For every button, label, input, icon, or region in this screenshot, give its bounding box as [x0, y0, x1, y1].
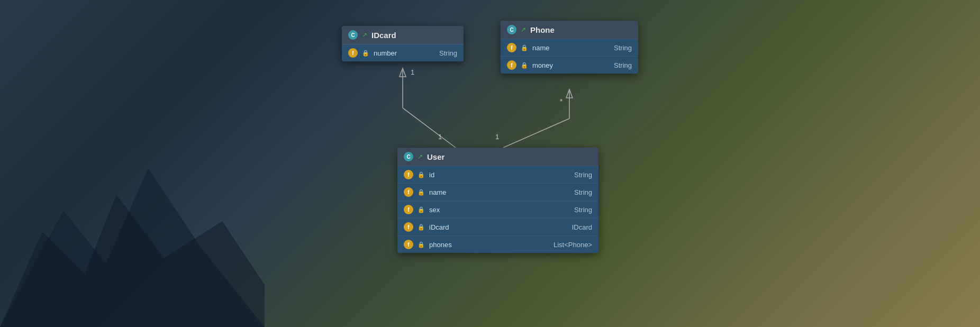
- phone-class-name: Phone: [530, 25, 555, 34]
- field-type: String: [614, 44, 632, 52]
- field-type: String: [614, 61, 632, 69]
- lock-icon: 🔒: [521, 44, 528, 51]
- diagram: 1 1 * 1 C ↗ IDcard f 🔒 number String: [305, 15, 675, 312]
- table-row: f 🔒 iDcard IDcard: [397, 219, 598, 236]
- field-name: phones: [429, 241, 549, 249]
- lock-icon: 🔒: [521, 62, 528, 69]
- table-row: f 🔒 number String: [342, 44, 464, 61]
- table-row: f 🔒 sex String: [397, 201, 598, 219]
- mult-phone-top: *: [560, 97, 562, 105]
- field-type: IDcard: [572, 223, 592, 231]
- field-name: sex: [429, 206, 570, 214]
- field-icon-f: f: [404, 240, 413, 249]
- phone-class-icon: C: [507, 25, 516, 34]
- lock-icon: 🔒: [418, 189, 425, 196]
- table-row: f 🔒 phones List<Phone>: [397, 236, 598, 253]
- table-row: f 🔒 name String: [397, 184, 598, 201]
- idcard-class-name: IDcard: [371, 31, 396, 40]
- phone-link-icon: ↗: [521, 26, 526, 33]
- field-name: iDcard: [429, 223, 568, 231]
- svg-line-7: [503, 119, 569, 148]
- lock-icon: 🔒: [418, 171, 425, 178]
- field-type: String: [574, 206, 592, 214]
- field-type: List<Phone>: [553, 241, 592, 249]
- user-body: f 🔒 id String f 🔒 name String f 🔒 sex St…: [397, 166, 598, 253]
- mult-idcard-bottom: 1: [438, 133, 442, 141]
- field-name: name: [429, 188, 570, 196]
- field-icon-f: f: [507, 43, 516, 52]
- idcard-body: f 🔒 number String: [342, 44, 464, 61]
- field-icon-f: f: [404, 205, 413, 214]
- field-name: name: [532, 44, 610, 52]
- idcard-link-icon: ↗: [362, 31, 367, 39]
- field-name: id: [429, 171, 570, 179]
- field-icon-f: f: [404, 222, 413, 232]
- field-icon-f: f: [404, 187, 413, 197]
- field-icon-f: f: [348, 48, 358, 58]
- phone-body: f 🔒 name String f 🔒 money String: [501, 39, 638, 74]
- lock-icon: 🔒: [418, 241, 425, 248]
- idcard-class-icon: C: [348, 30, 358, 40]
- phone-header: C ↗ Phone: [501, 21, 638, 39]
- lock-icon: 🔒: [418, 224, 425, 231]
- svg-marker-8: [566, 89, 573, 98]
- field-type: String: [574, 188, 592, 196]
- user-class-name: User: [427, 152, 444, 161]
- lock-icon: 🔒: [362, 50, 369, 57]
- field-type: String: [439, 49, 457, 57]
- svg-marker-4: [400, 68, 406, 77]
- table-row: f 🔒 name String: [501, 39, 638, 57]
- user-class-icon: C: [404, 152, 413, 161]
- user-header: C ↗ User: [397, 148, 598, 166]
- table-row: f 🔒 id String: [397, 166, 598, 184]
- field-icon-f: f: [507, 60, 516, 70]
- svg-line-3: [403, 108, 456, 148]
- table-row: f 🔒 money String: [501, 57, 638, 74]
- user-link-icon: ↗: [418, 153, 423, 160]
- field-type: String: [574, 171, 592, 179]
- idcard-class: C ↗ IDcard f 🔒 number String: [342, 26, 464, 61]
- lock-icon: 🔒: [418, 206, 425, 213]
- field-icon-f: f: [404, 170, 413, 179]
- idcard-header: C ↗ IDcard: [342, 26, 464, 44]
- phone-class: C ↗ Phone f 🔒 name String f 🔒 money Stri…: [501, 21, 638, 74]
- user-class: C ↗ User f 🔒 id String f 🔒 name String: [397, 148, 598, 253]
- field-name: number: [374, 49, 435, 57]
- diagram-container: 1 1 * 1 C ↗ IDcard f 🔒 number String: [0, 0, 980, 327]
- mult-phone-bottom: 1: [495, 133, 499, 141]
- field-name: money: [532, 61, 610, 69]
- mult-idcard-top: 1: [411, 68, 414, 76]
